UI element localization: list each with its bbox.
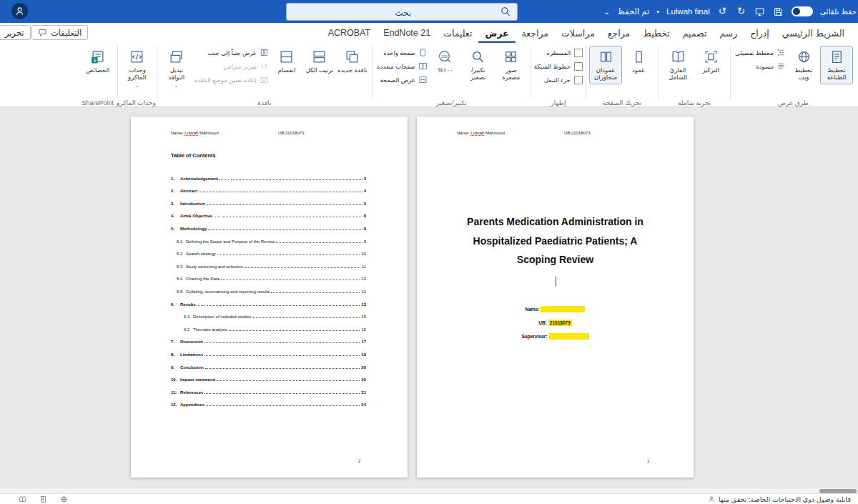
outline-icon — [776, 48, 786, 57]
search-box[interactable] — [286, 3, 518, 21]
ribbon-divider — [157, 46, 157, 99]
account-avatar[interactable] — [11, 3, 28, 19]
switch-windows-icon — [169, 49, 184, 64]
draft-view-button[interactable]: مسودة — [734, 59, 787, 73]
checkbox-icon — [574, 62, 583, 71]
document-title[interactable]: Lulwah final — [666, 7, 710, 16]
gridlines-checkbox[interactable]: خطوط الشبكة — [534, 59, 583, 73]
arrange-all-icon — [312, 49, 327, 64]
dot-leader — [206, 405, 360, 406]
side-to-side-button[interactable]: عمودان متجاوران — [589, 46, 622, 84]
credit-name-line: Name: — [526, 306, 586, 312]
toc-entry: 5.2Search strategy10 — [171, 244, 366, 257]
group-label-macros: وحدات الماكرو — [119, 99, 156, 107]
tab-help[interactable]: تعليمات — [437, 23, 478, 43]
tab-insert[interactable]: إدراج — [744, 23, 776, 43]
redo-button[interactable]: ↻ — [736, 6, 747, 17]
ribbon-group-views: تخطيط الطباعة تخطيط ويب مخطط تفصيلي مسود… — [731, 43, 855, 107]
view-side-by-side-button[interactable]: عرض جنباً إلى جنب — [193, 46, 270, 59]
magnifier-icon — [470, 49, 485, 64]
group-label-zoom: تكبير/تصغير — [373, 99, 530, 107]
print-layout-icon — [829, 49, 844, 64]
dot-leader — [199, 192, 362, 192]
print-layout-view-icon[interactable] — [39, 495, 47, 503]
autosave-toggle[interactable] — [792, 6, 813, 16]
undo-button[interactable]: ↺ — [717, 6, 729, 17]
tab-design[interactable]: تصميم — [676, 23, 714, 43]
ribbon-divider — [658, 46, 659, 99]
web-layout-view-icon[interactable] — [60, 495, 68, 503]
chevron-down-icon: ⌄ — [174, 83, 179, 88]
accessibility-status[interactable]: قابلية وصول ذوي الاحتياجات الخاصة: تحقق … — [708, 495, 858, 503]
tab-draw[interactable]: رسم — [713, 23, 744, 43]
page-width-button[interactable]: عرض الصفحة — [375, 73, 429, 87]
tab-references[interactable]: مراجع — [601, 23, 636, 43]
checkbox-icon — [574, 49, 583, 57]
draft-icon — [776, 61, 786, 71]
outline-view-button[interactable]: مخطط تفصيلي — [734, 46, 787, 59]
new-window-icon — [345, 49, 360, 64]
tab-review[interactable]: مراجعة — [516, 23, 556, 43]
reset-window-position-button[interactable]: إعادة تعيين موضع النافذة — [193, 73, 270, 87]
ruler-checkbox[interactable]: المسطرة — [534, 46, 583, 59]
arrange-all-button[interactable]: ترتيب الكل — [303, 46, 336, 77]
tab-view[interactable]: عرض — [478, 23, 515, 43]
book-icon — [671, 49, 686, 64]
tab-endnote[interactable]: EndNote 21 — [377, 23, 437, 43]
navigation-pane-checkbox[interactable]: جزء التنقل — [534, 73, 583, 87]
immersive-reader-button[interactable]: القارئ الشامل — [661, 46, 694, 84]
document-page-2[interactable]: Name: Lulwah Mahmoud UB:21018073 Table o… — [131, 117, 408, 478]
tab-layout[interactable]: تخطيط — [636, 23, 676, 43]
accessibility-icon — [708, 495, 715, 503]
new-window-button[interactable]: نافذة جديدة — [336, 46, 369, 77]
chevron-down-icon[interactable]: ⌄ — [603, 7, 610, 16]
ribbon-group-zoom: صور مصغرة تكبير/ تصغير ١٠٠% صفحة واحدة ص… — [373, 43, 530, 107]
ribbon-divider — [117, 46, 118, 99]
dot-leader — [204, 393, 360, 394]
tab-mailings[interactable]: مراسلات — [555, 23, 601, 43]
editing-mode-button[interactable]: تحرير — [0, 25, 31, 40]
toc-entry: 5.1Defining the Scope and Purpose of the… — [171, 231, 366, 244]
web-layout-button[interactable]: تخطيط ويب — [787, 46, 820, 84]
checkbox-icon — [574, 76, 583, 84]
one-page-button[interactable]: صفحة واحدة — [375, 46, 429, 59]
ribbon-tab-row: تحرير التعليقات الشريط الرئيسي إدراج رسم… — [0, 23, 858, 43]
zoom-button[interactable]: تكبير/ تصغير — [462, 46, 495, 84]
group-label-immersive: تجربة شاملة — [659, 99, 729, 107]
focus-button[interactable]: التركيز — [694, 46, 727, 77]
macros-button[interactable]: وحدات الماكرو ⌄ — [121, 46, 154, 92]
horizontal-scrollbar[interactable] — [0, 488, 858, 493]
document-page-1[interactable]: Name: Lulwah Mahmoud UB:21018073 Parents… — [417, 117, 694, 478]
thumbnails-button[interactable]: صور مصغرة — [495, 46, 528, 84]
sharepoint-properties-button[interactable]: الخصائص — [82, 46, 114, 77]
comments-button[interactable]: التعليقات — [31, 25, 88, 40]
switch-windows-button[interactable]: تبديل النوافذ ⌄ — [160, 46, 193, 92]
toc-entry: 4.Aim& Objective8 — [171, 206, 366, 219]
vertical-page-movement-button[interactable]: عمود — [622, 46, 655, 77]
dot-leader — [276, 242, 362, 243]
page-number: 2 — [358, 459, 360, 463]
toggle-knob — [793, 8, 800, 15]
separator-bullet: • — [656, 7, 659, 16]
spellcheck-squiggle — [219, 179, 229, 180]
split-button[interactable]: انقسام — [270, 46, 303, 77]
text-cursor — [556, 277, 557, 286]
highlighted-ub-number: 21018073 — [548, 320, 572, 326]
page-header: Name: Lulwah Mahmoud UB:21018073 — [171, 131, 393, 135]
toc-entry: 1.Acknowledgement3 — [171, 168, 366, 181]
display-button[interactable] — [754, 6, 766, 17]
save-button[interactable] — [773, 6, 784, 17]
search-input[interactable] — [287, 4, 520, 21]
group-label-views: طرق عرض — [731, 99, 855, 107]
read-mode-icon[interactable] — [19, 495, 26, 503]
tab-home[interactable]: الشريط الرئيسي — [776, 23, 851, 43]
multiple-pages-button[interactable]: صفحات متعددة — [375, 59, 429, 73]
tab-acrobat[interactable]: ACROBAT — [322, 23, 378, 43]
sync-scroll-icon — [260, 61, 269, 71]
ribbon-group-immersive: التركيز القارئ الشامل تجربة شاملة — [659, 43, 729, 107]
toc-entry: 5.5Collating, summarising and reporting … — [171, 281, 366, 294]
zoom-100-button[interactable]: ١٠٠% — [429, 46, 462, 77]
saved-status: تم الحفظ — [617, 6, 649, 16]
print-layout-button[interactable]: تخطيط الطباعة — [820, 46, 853, 84]
synchronous-scrolling-button[interactable]: تمرير متزامن — [193, 59, 270, 73]
